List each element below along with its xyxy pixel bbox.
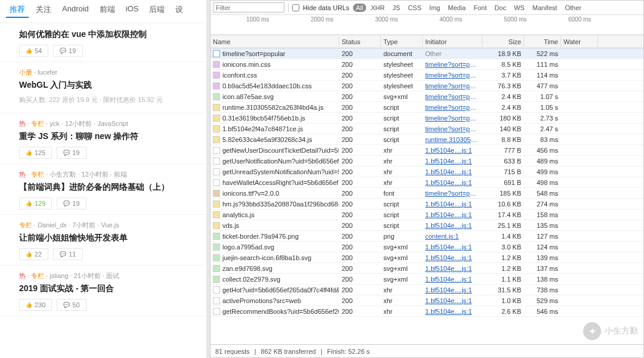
- filter-pill-xhr[interactable]: XHR: [368, 4, 388, 12]
- initiator-link[interactable]: 1.bf5104e....js:1: [423, 264, 482, 273]
- network-row[interactable]: runtime.310305582ca263f4bd4a.js200script…: [210, 102, 643, 113]
- initiator-link[interactable]: 1.bf5104e....js:1: [423, 178, 482, 187]
- initiator-link[interactable]: content.js:1: [423, 232, 482, 240]
- initiator-link[interactable]: timeline?sort=popular: [423, 82, 482, 90]
- initiator-link[interactable]: 1.bf5104e....js:1: [423, 254, 482, 262]
- comment-button[interactable]: 50: [57, 299, 86, 311]
- column-header-initiator[interactable]: Initiator: [423, 36, 482, 47]
- initiator-link[interactable]: 1.bf5104e....js:1: [423, 297, 482, 305]
- initiator-link[interactable]: timeline?sort=popular: [423, 92, 482, 101]
- network-row[interactable]: 0.31e3619bcb54f756eb1b.js200scripttimeli…: [210, 113, 643, 124]
- network-row[interactable]: getNewUserDiscountTicketDetail?uid=5b6d……: [210, 145, 643, 156]
- filter-pill-manifest[interactable]: Manifest: [530, 4, 561, 12]
- initiator-link[interactable]: timeline?sort=popular: [423, 114, 482, 122]
- network-row[interactable]: haveWalletAccessRight?uid=5b6d656ef265d……: [210, 177, 643, 188]
- timeline-ruler[interactable]: 1000 ms2000 ms3000 ms4000 ms5000 ms6000 …: [210, 15, 643, 35]
- filter-pill-img[interactable]: Img: [426, 4, 443, 12]
- initiator-link[interactable]: 1.bf5104e....js:1: [423, 275, 482, 283]
- network-row[interactable]: getUserNotificationNum?uid=5b6d656ef265……: [210, 156, 643, 166]
- filter-input[interactable]: [213, 2, 284, 13]
- column-header-type[interactable]: Type: [381, 36, 423, 47]
- status-code: 200: [339, 92, 381, 101]
- initiator-link[interactable]: Other: [423, 50, 482, 58]
- request-name: getHot?uid=5b6d656ef265da0f7c4ff4fd&clie…: [222, 286, 339, 294]
- network-row[interactable]: timeline?sort=popular200documentOther18.…: [210, 48, 643, 59]
- network-row[interactable]: analytics.js200script1.bf5104e....js:117…: [210, 209, 643, 220]
- network-row[interactable]: ticket-border.79a9476.png200pngcontent.j…: [210, 231, 643, 242]
- network-row[interactable]: getRecommendBooks?uid=5b6d656ef265da…200…: [210, 306, 643, 317]
- column-header-water[interactable]: Water: [561, 36, 598, 47]
- like-button[interactable]: 129: [19, 197, 52, 209]
- initiator-link[interactable]: 1.bf5104e....js:1: [423, 211, 482, 219]
- initiator-link[interactable]: timeline?sort=popular: [423, 125, 482, 133]
- post-item[interactable]: 专栏 · Daniel_dx · 7小时前 · Vue.js让前端小姐姐愉快地开…: [0, 215, 206, 266]
- initiator-link[interactable]: 1.bf5104e....js:1: [423, 200, 482, 208]
- network-row[interactable]: 1.bf5104e2f4a7c84871ce.js200scripttimeli…: [210, 124, 643, 134]
- filter-pill-media[interactable]: Media: [445, 4, 469, 12]
- filter-pill-font[interactable]: Font: [470, 4, 490, 12]
- column-header-name[interactable]: Name: [210, 36, 339, 47]
- comment-button[interactable]: 19: [57, 147, 86, 159]
- network-row[interactable]: 5.82e633ca4e5a9f30268c34.js200scriptrunt…: [210, 134, 643, 145]
- comment-button[interactable]: 19: [53, 45, 82, 57]
- column-header-size[interactable]: Size: [482, 36, 524, 47]
- initiator-link[interactable]: 1.bf5104e....js:1: [423, 286, 482, 294]
- feed-tab-4[interactable]: iOS: [122, 2, 143, 18]
- content-type: script: [381, 103, 423, 112]
- network-row[interactable]: logo.a7995ad.svg200svg+xml1.bf5104e....j…: [210, 242, 643, 252]
- feed-tab-3[interactable]: 前端: [96, 2, 119, 18]
- feed-tab-6[interactable]: 设: [172, 2, 187, 18]
- initiator-link[interactable]: 1.bf5104e....js:1: [423, 157, 482, 165]
- initiator-link[interactable]: timeline?sort=popular: [423, 103, 482, 112]
- like-button[interactable]: 22: [19, 248, 48, 260]
- initiator-link[interactable]: 1.bf5104e....js:1: [423, 307, 482, 316]
- network-row[interactable]: collect.02e2979.svg200svg+xml1.bf5104e..…: [210, 274, 643, 285]
- initiator-link[interactable]: 1.bf5104e....js:1: [423, 146, 482, 155]
- waterfall-cell: [561, 75, 598, 76]
- post-item[interactable]: 热 · 专栏 · yck · 12小时前 · JavaScript重学 JS 系…: [0, 113, 206, 164]
- like-button[interactable]: 230: [19, 299, 52, 311]
- post-item[interactable]: 热 · 专栏 · 小生方勤 · 12小时前 · 前端【前端词典】进阶必备的网络基…: [0, 164, 206, 215]
- post-item[interactable]: 如何优雅的在 vue 中添加权限控制 54 19: [0, 23, 206, 62]
- feed-tab-1[interactable]: 关注: [32, 2, 55, 18]
- filter-pill-css[interactable]: CSS: [405, 4, 425, 12]
- comment-button[interactable]: 19: [57, 197, 86, 209]
- network-row[interactable]: iconfont.css200stylesheettimeline?sort=p…: [210, 70, 643, 81]
- initiator-link[interactable]: runtime.3103055....js:1: [423, 135, 482, 144]
- comment-button[interactable]: 11: [53, 248, 82, 260]
- network-row[interactable]: activePromotions?src=web200xhr1.bf5104e.…: [210, 295, 643, 306]
- network-row[interactable]: getUnreadSystemNotificationNum?uid=5b6…2…: [210, 166, 643, 177]
- network-row[interactable]: ionicons.min.css200stylesheettimeline?so…: [210, 59, 643, 70]
- network-row[interactable]: 0.b9ac5d54e183ddaec10b.css200stylesheett…: [210, 81, 643, 91]
- filter-pill-doc[interactable]: Doc: [491, 4, 509, 12]
- feed-tab-0[interactable]: 推荐: [6, 2, 29, 18]
- initiator-link[interactable]: timeline?sort=popular: [423, 60, 482, 69]
- filter-pill-all[interactable]: All: [353, 4, 366, 12]
- filter-pill-js[interactable]: JS: [389, 4, 403, 12]
- filter-pill-ws[interactable]: WS: [511, 4, 528, 12]
- feed-tab-2[interactable]: Android: [58, 2, 92, 18]
- like-button[interactable]: 54: [19, 45, 48, 57]
- network-row[interactable]: icon.a87e5ae.svg200svg+xmltimeline?sort=…: [210, 91, 643, 102]
- feed-tab-5[interactable]: 后端: [145, 2, 168, 18]
- initiator-link[interactable]: 1.bf5104e....js:1: [423, 243, 482, 251]
- initiator-link[interactable]: 1.bf5104e....js:1: [423, 168, 482, 176]
- file-type-icon: [213, 254, 220, 261]
- hide-data-urls-checkbox[interactable]: [292, 4, 299, 11]
- column-header-time[interactable]: Time: [524, 36, 561, 47]
- post-item[interactable]: 热 · 专栏 · jsliang · 21小时前 · 面试2019 面试实战 -…: [0, 266, 206, 316]
- initiator-link[interactable]: timeline?sort=popular: [423, 189, 482, 197]
- column-header-status[interactable]: Status: [339, 36, 381, 47]
- like-button[interactable]: 125: [19, 147, 52, 159]
- file-type-icon: [213, 179, 220, 186]
- network-row[interactable]: zan.e9d7698.svg200svg+xml1.bf5104e....js…: [210, 263, 643, 274]
- network-row[interactable]: vds.js200script1.bf5104e....js:125.1 KB1…: [210, 220, 643, 231]
- network-row[interactable]: juejin-search-icon.6f8ba1b.svg200svg+xml…: [210, 252, 643, 263]
- initiator-link[interactable]: timeline?sort=popular: [423, 71, 482, 79]
- network-row[interactable]: ionicons.ttf?v=2.0.0200fonttimeline?sort…: [210, 188, 643, 199]
- initiator-link[interactable]: 1.bf5104e....js:1: [423, 221, 482, 230]
- network-row[interactable]: getHot?uid=5b6d656ef265da0f7c4ff4fd&clie…: [210, 285, 643, 295]
- post-item[interactable]: 小册 · luceferWebGL 入门与实践购买人数: 222 原价 19.9…: [0, 62, 206, 113]
- filter-pill-other[interactable]: Other: [562, 4, 584, 12]
- network-row[interactable]: hm.js?93bbd335a208870aa1f296bcd6842e5e20…: [210, 199, 643, 209]
